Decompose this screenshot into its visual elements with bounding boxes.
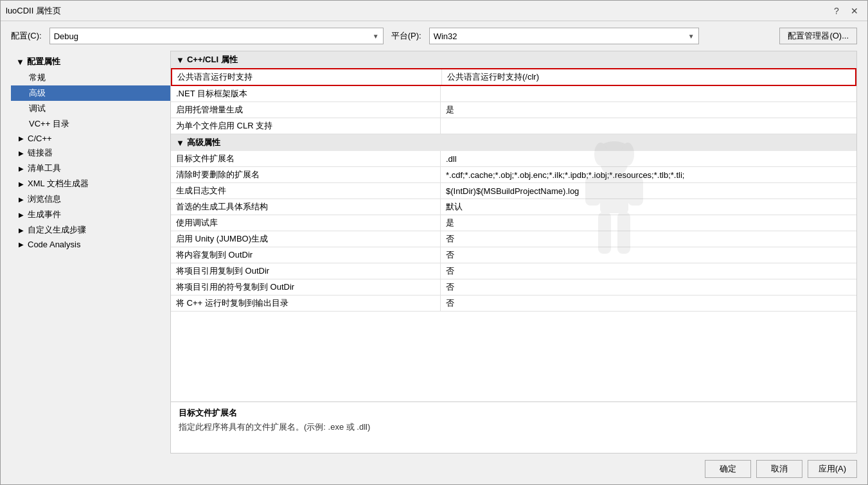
description-title: 目标文件扩展名 [179, 407, 849, 419]
sidebar-item-label-cc: C/C++ [28, 134, 52, 143]
prop-name-clean-ext: 清除时要删除的扩展名 [171, 167, 441, 182]
sidebar-item-vc-dirs[interactable]: VC++ 目录 [11, 116, 170, 132]
prop-row-build-log[interactable]: 生成日志文件 $(IntDir)$(MSBuildProjectName).lo… [171, 183, 856, 199]
sidebar-item-label-general: 常规 [29, 73, 46, 82]
sidebar-item-label-code-analysis: Code Analysis [28, 240, 80, 249]
sidebar-item-linker[interactable]: ▶ 链接器 [11, 145, 170, 161]
sidebar-item-xml[interactable]: ▶ XML 文档生成器 [11, 176, 170, 191]
prop-name-per-file-clr: 为单个文件启用 CLR 支持 [171, 118, 441, 134]
platform-value: Win32 [434, 31, 457, 41]
prop-row-copy-cpp-rt[interactable]: 将 C++ 运行时复制到输出目录 否 [171, 295, 856, 312]
sidebar-item-label-debug: 调试 [29, 103, 46, 113]
sidebar-root: ▼ 配置属性 [11, 53, 170, 70]
window-title: luoCDII 属性页 [6, 5, 61, 17]
prop-name-unity-jumbo: 启用 Unity (JUMBO)生成 [171, 231, 441, 247]
config-row: 配置(C): Debug ▼ 平台(P): Win32 ▼ 配置管理器(O)..… [1, 21, 867, 51]
bottom-bar: 确定 取消 应用(A) [1, 454, 867, 484]
cc-expand-icon: ▶ [19, 135, 24, 142]
prop-value-clean-ext: *.cdf;*.cache;*.obj;*.obj.enc;*.ilk;*.ip… [441, 167, 856, 182]
section-header-clicli: ▼ C++/CLI 属性 [171, 51, 856, 68]
build-events-expand-icon: ▶ [19, 211, 24, 218]
prop-row-copy-proj-sym[interactable]: 将项目引用的符号复制到 OutDir 否 [171, 279, 856, 295]
prop-value-managed-incremental: 是 [441, 102, 856, 118]
code-analysis-expand-icon: ▶ [19, 241, 24, 248]
prop-value-preferred-arch: 默认 [441, 199, 856, 215]
cancel-button[interactable]: 取消 [756, 460, 802, 478]
prop-row-managed-incremental[interactable]: 启用托管增量生成 是 [171, 102, 856, 118]
sidebar-item-label-linker: 链接器 [28, 147, 53, 159]
prop-row-target-ext[interactable]: 目标文件扩展名 .dll [171, 151, 856, 167]
clean-expand-icon: ▶ [19, 165, 24, 172]
custom-build-expand-icon: ▶ [19, 227, 24, 234]
linker-expand-icon: ▶ [19, 150, 24, 157]
main-window: luoCDII 属性页 ? ✕ 配置(C): Debug ▼ 平台(P): Wi… [0, 0, 868, 485]
sidebar-item-label-clean: 清单工具 [28, 163, 61, 174]
clicli-header-label: C++/CLI 属性 [187, 54, 238, 66]
title-controls: ? ✕ [829, 3, 862, 19]
prop-value-dotnet-version [441, 86, 856, 101]
help-button[interactable]: ? [829, 3, 844, 19]
platform-dropdown[interactable]: Win32 ▼ [429, 28, 699, 44]
prop-value-unity-jumbo: 否 [441, 231, 856, 247]
prop-name-use-debug-lib: 使用调试库 [171, 215, 441, 231]
advanced-header-label: 高级属性 [187, 137, 220, 148]
prop-value-copy-cpp-rt: 否 [441, 295, 856, 311]
config-label: 配置(C): [11, 30, 42, 42]
prop-row-use-debug-lib[interactable]: 使用调试库 是 [171, 215, 856, 231]
platform-arrow-icon: ▼ [688, 33, 695, 40]
xml-expand-icon: ▶ [19, 181, 24, 188]
prop-row-copy-proj-ref[interactable]: 将项目引用复制到 OutDir 否 [171, 263, 856, 279]
config-value: Debug [54, 31, 78, 41]
prop-row-unity-jumbo[interactable]: 启用 Unity (JUMBO)生成 否 [171, 231, 856, 247]
sidebar-item-build-events[interactable]: ▶ 生成事件 [11, 207, 170, 222]
prop-row-clean-ext[interactable]: 清除时要删除的扩展名 *.cdf;*.cache;*.obj;*.obj.enc… [171, 167, 856, 183]
prop-value-build-log: $(IntDir)$(MSBuildProjectName).log [441, 183, 856, 198]
title-bar: luoCDII 属性页 ? ✕ [1, 1, 867, 21]
browser-expand-icon: ▶ [19, 196, 24, 203]
close-button[interactable]: ✕ [847, 3, 862, 19]
sidebar-item-custom-build[interactable]: ▶ 自定义生成步骤 [11, 222, 170, 238]
sidebar-item-label-advanced: 高级 [29, 88, 46, 98]
prop-value-clr-support: 公共语言运行时支持(/clr) [442, 69, 855, 85]
config-manager-button[interactable]: 配置管理器(O)... [779, 28, 857, 44]
sidebar-item-label-browser: 浏览信息 [28, 193, 61, 205]
sidebar: ▼ 配置属性 常规 高级 调试 VC++ 目录 ▶ C/C++ ▶ 链接 [11, 51, 170, 454]
prop-name-clr-support: 公共语言运行时支持 [172, 69, 442, 85]
prop-value-per-file-clr [441, 118, 856, 134]
prop-row-dotnet-version[interactable]: .NET 目标框架版本 [171, 86, 856, 102]
prop-row-per-file-clr[interactable]: 为单个文件启用 CLR 支持 [171, 118, 856, 134]
sidebar-item-label-custom-build: 自定义生成步骤 [28, 224, 86, 236]
sidebar-item-code-analysis[interactable]: ▶ Code Analysis [11, 238, 170, 251]
prop-value-copy-proj-ref: 否 [441, 263, 856, 279]
sidebar-item-label-vc-dirs: VC++ 目录 [29, 119, 69, 128]
sidebar-item-label-build-events: 生成事件 [28, 209, 61, 220]
prop-row-copy-content[interactable]: 将内容复制到 OutDir 否 [171, 247, 856, 263]
prop-name-dotnet-version: .NET 目标框架版本 [171, 86, 441, 101]
prop-row-clr-support[interactable]: 公共语言运行时支持 公共语言运行时支持(/clr) [171, 68, 856, 86]
prop-name-copy-proj-sym: 将项目引用的符号复制到 OutDir [171, 279, 441, 295]
prop-value-target-ext: .dll [441, 151, 856, 166]
sidebar-item-debug[interactable]: 调试 [11, 101, 170, 116]
prop-name-build-log: 生成日志文件 [171, 183, 441, 198]
config-dropdown[interactable]: Debug ▼ [49, 28, 384, 44]
platform-label: 平台(P): [391, 30, 421, 42]
sidebar-item-advanced[interactable]: 高级 [11, 85, 170, 101]
sidebar-item-label-xml: XML 文档生成器 [28, 178, 89, 190]
prop-name-copy-content: 将内容复制到 OutDir [171, 247, 441, 263]
prop-row-preferred-arch[interactable]: 首选的生成工具体系结构 默认 [171, 199, 856, 215]
apply-button[interactable]: 应用(A) [808, 460, 857, 478]
properties-panel: ▼ C++/CLI 属性 公共语言运行时支持 公共语言运行时支持(/clr) .… [170, 51, 857, 454]
sidebar-item-browser[interactable]: ▶ 浏览信息 [11, 191, 170, 207]
prop-value-use-debug-lib: 是 [441, 215, 856, 231]
sidebar-item-clean[interactable]: ▶ 清单工具 [11, 161, 170, 176]
ok-button[interactable]: 确定 [705, 460, 751, 478]
sidebar-item-cc[interactable]: ▶ C/C++ [11, 132, 170, 145]
prop-name-managed-incremental: 启用托管增量生成 [171, 102, 441, 118]
prop-name-copy-proj-ref: 将项目引用复制到 OutDir [171, 263, 441, 279]
prop-name-target-ext: 目标文件扩展名 [171, 151, 441, 166]
main-area: ▼ 配置属性 常规 高级 调试 VC++ 目录 ▶ C/C++ ▶ 链接 [1, 51, 867, 454]
sidebar-item-general[interactable]: 常规 [11, 70, 170, 85]
prop-value-copy-proj-sym: 否 [441, 279, 856, 295]
sidebar-root-label: 配置属性 [27, 56, 60, 67]
prop-value-copy-content: 否 [441, 247, 856, 263]
